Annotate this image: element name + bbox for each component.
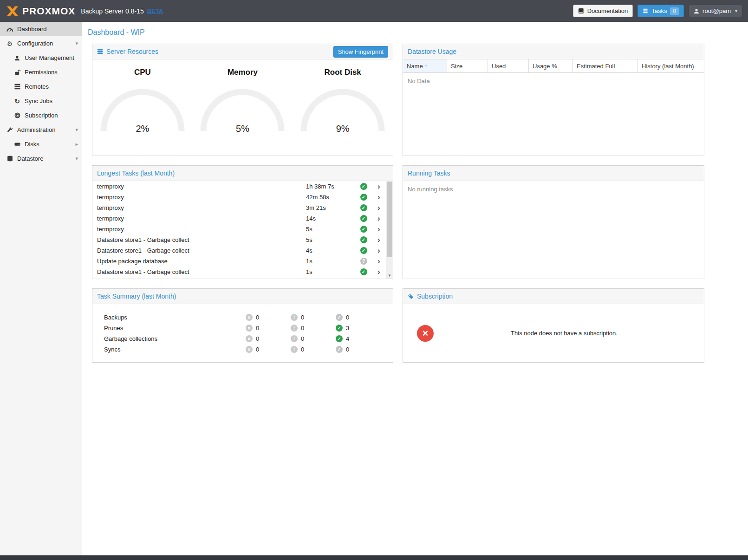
summary-error-cell[interactable]: 0 (246, 346, 291, 353)
vertical-scrollbar[interactable]: ▼ (386, 181, 393, 279)
column-header-size[interactable]: Size (447, 59, 488, 72)
summary-ok-cell[interactable]: 0 (336, 314, 381, 321)
task-duration: 1s (306, 268, 355, 275)
task-row[interactable]: Datastore store1 - Garbage collect 4s › (92, 245, 393, 256)
show-fingerprint-button[interactable]: Show Fingerprint (333, 46, 388, 58)
task-detail-chevron[interactable]: › (372, 247, 385, 254)
sidebar-item-configuration[interactable]: ⚙ Configuration ▾ (0, 36, 82, 51)
task-detail-chevron[interactable]: › (372, 183, 385, 190)
sidebar-item-user-management[interactable]: User Management (0, 51, 82, 65)
sidebar-item-remotes[interactable]: Remotes (0, 79, 82, 94)
task-row[interactable]: Datastore store1 - Garbage collect 5s › (92, 234, 393, 245)
chevron-down-icon: ▾ (75, 156, 78, 162)
summary-warning-cell[interactable]: 0 (291, 325, 336, 332)
sidebar-item-dashboard[interactable]: Dashboard (0, 22, 82, 36)
task-status-icon (360, 204, 367, 211)
column-header-estimated-full[interactable]: Estimated Full (573, 59, 638, 72)
task-row[interactable]: termproxy 5s › (92, 224, 393, 234)
tasks-button[interactable]: Tasks 0 (637, 5, 684, 17)
task-duration: 42m 58s (306, 194, 355, 201)
sidebar-item-sync-jobs[interactable]: ↻ Sync Jobs (0, 94, 82, 108)
sidebar-item-label: Configuration (17, 40, 53, 47)
user-menu-button[interactable]: root@pam ▾ (689, 5, 742, 17)
subscription-message: This node does not have a subscription. (434, 330, 695, 337)
summary-error-cell[interactable]: 0 (246, 314, 291, 321)
task-detail-chevron[interactable]: › (372, 268, 385, 276)
summary-error-cell[interactable]: 0 (246, 325, 291, 332)
task-duration: 1s (306, 258, 355, 265)
documentation-label: Documentation (587, 7, 628, 14)
summary-ok-cell[interactable]: 4 (336, 335, 381, 342)
server-icon (13, 84, 21, 90)
ok-count-icon (336, 346, 343, 353)
ok-count-icon (336, 335, 343, 342)
database-icon (6, 156, 14, 162)
task-row[interactable]: termproxy 3m 21s › (92, 202, 393, 213)
warning-count: 0 (301, 325, 304, 332)
task-status-icon (360, 183, 367, 190)
task-status-icon (360, 258, 367, 265)
gauge-label: Memory (196, 68, 289, 77)
proxmox-logo: PROXMOX (6, 6, 75, 17)
task-detail-chevron[interactable]: › (372, 236, 385, 244)
scroll-down-arrow[interactable]: ▼ (386, 273, 393, 278)
sidebar-item-administration[interactable]: Administration ▾ (0, 123, 82, 137)
sidebar-item-disks[interactable]: Disks ▸ (0, 137, 82, 151)
ok-count-icon (336, 314, 343, 321)
no-running-tasks-text: No running tasks (403, 181, 704, 197)
sidebar-item-label: Permissions (25, 69, 58, 76)
proxmox-x-icon (6, 6, 20, 17)
sidebar-item-permissions[interactable]: Permissions (0, 65, 82, 79)
sidebar-item-label: Subscription (25, 112, 58, 119)
task-row[interactable]: Datastore store1 - Garbage collect 1s › (92, 267, 393, 277)
sidebar-item-datastore[interactable]: Datastore ▾ (0, 151, 82, 166)
summary-warning-cell[interactable]: 0 (291, 346, 336, 353)
sync-icon: ↻ (13, 98, 21, 104)
task-row[interactable]: termproxy 14s › (92, 213, 393, 224)
cpu-gauge: CPU 2% (96, 68, 189, 133)
task-row[interactable]: termproxy 1h 38m 7s › (92, 181, 393, 192)
scrollbar-thumb[interactable] (387, 182, 392, 257)
summary-warning-cell[interactable]: 0 (291, 314, 336, 321)
task-status-icon (360, 247, 367, 254)
gauge-label: CPU (96, 68, 189, 77)
summary-error-cell[interactable]: 0 (246, 335, 291, 342)
sidebar-item-label: Administration (17, 126, 55, 133)
column-header-history[interactable]: History (last Month) (638, 59, 704, 72)
user-icon (13, 55, 21, 61)
error-count-icon (246, 314, 253, 321)
error-count: 0 (256, 346, 259, 353)
panel-title: Task Summary (last Month) (97, 293, 176, 300)
task-row[interactable]: termproxy 42m 58s › (92, 192, 393, 202)
brand-text: PROXMOX (22, 6, 75, 17)
documentation-button[interactable]: Documentation (573, 5, 633, 17)
hdd-icon (13, 141, 21, 147)
beta-link[interactable]: BETA (147, 7, 163, 14)
task-detail-chevron[interactable]: › (372, 194, 385, 201)
no-subscription-icon: × (417, 325, 434, 342)
task-row[interactable]: Update package database 1s › (92, 256, 393, 267)
warning-count: 0 (301, 346, 304, 353)
sidebar-item-label: Disks (25, 141, 39, 148)
task-detail-chevron[interactable]: › (372, 226, 385, 233)
ok-count: 0 (346, 346, 349, 353)
column-header-used[interactable]: Used (488, 59, 529, 72)
task-detail-chevron[interactable]: › (372, 215, 385, 222)
summary-ok-cell[interactable]: 0 (336, 346, 381, 353)
summary-row-garbage-collections: Garbage collections 0 0 4 (92, 333, 393, 344)
task-detail-chevron[interactable]: › (372, 258, 385, 265)
chevron-down-icon: ▾ (75, 40, 78, 46)
summary-ok-cell[interactable]: 3 (336, 325, 381, 332)
server-resources-icon (97, 49, 103, 54)
panel-title: Subscription (417, 293, 453, 300)
sidebar-item-subscription[interactable]: Subscription (0, 108, 82, 123)
task-status-icon (360, 226, 367, 233)
error-count-icon (246, 335, 253, 342)
task-detail-chevron[interactable]: › (372, 204, 385, 212)
summary-warning-cell[interactable]: 0 (291, 335, 336, 342)
column-header-usage-pct[interactable]: Usage % (529, 59, 573, 72)
ok-count: 0 (346, 314, 349, 321)
column-header-name[interactable]: Name ↑ (403, 59, 447, 72)
server-resources-panel: Server Resources Show Fingerprint CPU (92, 44, 393, 156)
sidebar-item-label: Dashboard (17, 26, 47, 33)
